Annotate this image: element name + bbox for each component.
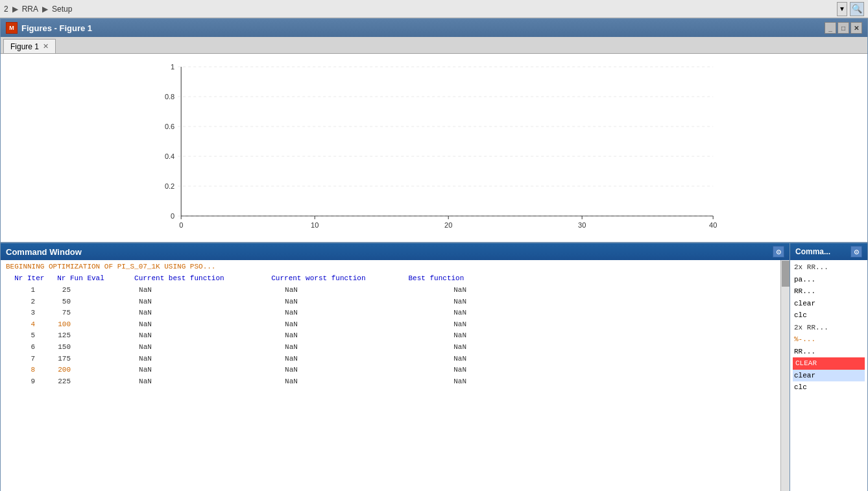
row-cbf: NaN	[71, 376, 220, 388]
row-bf: NaN	[363, 330, 466, 342]
breadcrumb-part1: 2	[4, 5, 8, 14]
scrollbar-thumb[interactable]	[782, 261, 790, 287]
bottom-panel: Command Window ⊙ BEGINNING OPTIMIZATION …	[0, 243, 868, 491]
row-cwf: NaN	[220, 319, 363, 331]
row-bf: NaN	[363, 319, 466, 331]
figures-window: M Figures - Figure 1 _ □ ✕ Figure 1 ✕	[0, 18, 868, 243]
row-cbf: NaN	[71, 296, 220, 308]
tab-label: Figure 1	[10, 42, 39, 51]
table-row: 4 100 NaN NaN NaN	[6, 319, 784, 331]
command-titlebar: Command Window ⊙	[1, 243, 790, 260]
row-cbf: NaN	[71, 285, 220, 296]
row-iter: 225	[35, 376, 71, 388]
svg-text:1: 1	[171, 63, 175, 71]
table-row: 2 50 NaN NaN NaN	[6, 296, 784, 308]
restore-button[interactable]: □	[838, 22, 849, 34]
top-bar-right: ▼ 🔍	[837, 2, 864, 16]
breadcrumb-arrow2: ▶	[42, 5, 48, 14]
history-titlebar: Comma... ⊙	[790, 243, 867, 260]
row-bf: NaN	[363, 307, 466, 319]
history-titlebar-right: ⊙	[850, 246, 862, 257]
row-iter: 50	[35, 296, 71, 308]
table-row: 7 175 NaN NaN NaN	[6, 353, 784, 365]
row-bf: NaN	[363, 342, 466, 353]
row-nr: 8	[6, 365, 35, 376]
row-cbf: NaN	[71, 319, 220, 331]
figures-titlebar-buttons: _ □ ✕	[825, 22, 862, 34]
minimize-button[interactable]: _	[825, 22, 836, 34]
top-bar: 2 ▶ RRA ▶ Setup ▼ 🔍	[0, 0, 868, 18]
command-content[interactable]: BEGINNING OPTIMIZATION OF PI_S_07_1K USI…	[1, 260, 790, 491]
history-title: Comma...	[795, 247, 830, 256]
list-item[interactable]: RR...	[793, 285, 865, 298]
row-iter: 100	[35, 319, 71, 331]
row-bf: NaN	[363, 365, 466, 376]
row-nr: 3	[6, 307, 35, 319]
table-row: 9 225 NaN NaN NaN	[6, 376, 784, 388]
plot-svg: 0 0.2 0.4 0.6 0.8 1 0 10 20 30 40	[44, 60, 824, 235]
row-cbf: NaN	[71, 330, 220, 342]
list-item[interactable]: CLEAR	[793, 357, 865, 370]
tab-close-icon[interactable]: ✕	[43, 42, 49, 51]
svg-text:20: 20	[444, 221, 452, 229]
table-row: 8 200 NaN NaN NaN	[6, 365, 784, 376]
row-bf: NaN	[363, 376, 466, 388]
svg-text:0.4: 0.4	[165, 152, 175, 160]
list-item[interactable]: 2x RR...	[793, 322, 865, 334]
row-bf: NaN	[363, 296, 466, 308]
cmd-scrollbar[interactable]	[780, 260, 790, 491]
row-iter: 175	[35, 353, 71, 365]
row-nr: 4	[6, 319, 35, 331]
cmd-table-header: Nr Iter Nr Fun Eval Current best functio…	[6, 274, 784, 282]
row-cwf: NaN	[220, 307, 363, 319]
command-title: Command Window	[6, 247, 82, 257]
svg-text:0.8: 0.8	[165, 93, 175, 101]
history-collapse-button[interactable]: ⊙	[850, 246, 862, 257]
list-item[interactable]: clear	[793, 370, 865, 382]
row-nr: 9	[6, 376, 35, 388]
row-iter: 125	[35, 330, 71, 342]
list-item[interactable]: clear	[793, 298, 865, 310]
collapse-button[interactable]: ⊙	[773, 246, 784, 257]
breadcrumb-arrow1: ▶	[12, 5, 18, 14]
list-item[interactable]: pa...	[793, 274, 865, 286]
row-cwf: NaN	[220, 342, 363, 353]
history-content: 2x RR...pa...RR...clearclc2x RR...%-...R…	[790, 260, 867, 491]
plot-area: 0 0.2 0.4 0.6 0.8 1 0 10 20 30 40	[1, 54, 867, 242]
svg-text:0.6: 0.6	[165, 123, 175, 130]
breadcrumb-part3: Setup	[52, 5, 72, 14]
list-item[interactable]: 2x RR...	[793, 261, 865, 274]
row-iter: 200	[35, 365, 71, 376]
figures-title: Figures - Figure 1	[21, 23, 92, 33]
row-nr: 1	[6, 285, 35, 296]
row-cwf: NaN	[220, 296, 363, 308]
svg-text:0: 0	[171, 212, 175, 220]
table-row: 1 25 NaN NaN NaN	[6, 285, 784, 296]
figures-titlebar: M Figures - Figure 1 _ □ ✕	[1, 19, 867, 37]
table-row: 5 125 NaN NaN NaN	[6, 330, 784, 342]
row-cbf: NaN	[71, 353, 220, 365]
row-iter: 25	[35, 285, 71, 296]
breadcrumb-part2: RRA	[22, 5, 38, 14]
list-item[interactable]: RR...	[793, 346, 865, 358]
row-cbf: NaN	[71, 307, 220, 319]
list-item[interactable]: clc	[793, 309, 865, 322]
search-button[interactable]: 🔍	[850, 2, 864, 16]
command-window: Command Window ⊙ BEGINNING OPTIMIZATION …	[0, 243, 790, 491]
history-panel: Comma... ⊙ 2x RR...pa...RR...clearclc2x …	[790, 243, 868, 491]
close-button[interactable]: ✕	[850, 22, 862, 34]
figure1-tab[interactable]: Figure 1 ✕	[3, 39, 56, 53]
list-item[interactable]: %-...	[793, 333, 865, 346]
row-bf: NaN	[363, 353, 466, 365]
table-row: 3 75 NaN NaN NaN	[6, 307, 784, 319]
row-cwf: NaN	[220, 365, 363, 376]
dropdown-arrow-button[interactable]: ▼	[837, 2, 847, 16]
command-titlebar-right: ⊙	[773, 246, 784, 257]
svg-text:0: 0	[179, 221, 183, 229]
list-item[interactable]: clc	[793, 381, 865, 394]
row-cwf: NaN	[220, 330, 363, 342]
row-nr: 5	[6, 330, 35, 342]
row-cbf: NaN	[71, 365, 220, 376]
cmd-header: BEGINNING OPTIMIZATION OF PI_S_07_1K USI…	[6, 263, 784, 270]
row-cwf: NaN	[220, 376, 363, 388]
